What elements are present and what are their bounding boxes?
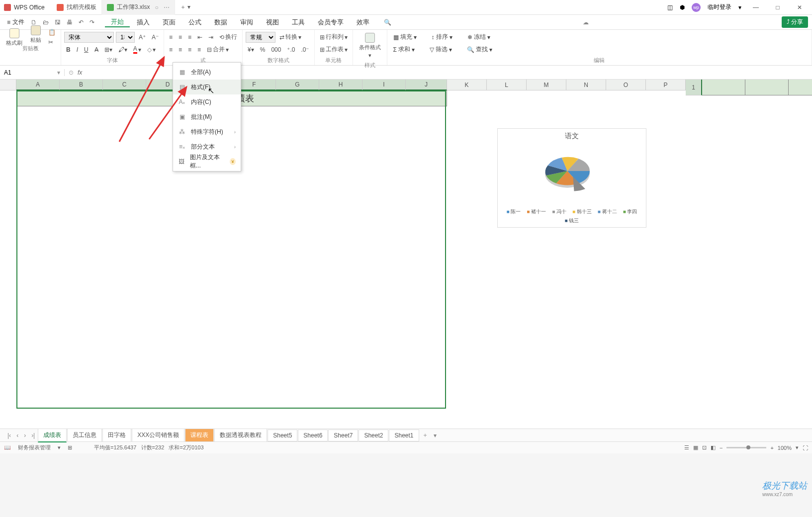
add-sheet-icon[interactable]: ＋: [420, 431, 431, 439]
ctx-content[interactable]: Aₓ内容(C): [173, 94, 241, 109]
strikethrough-icon[interactable]: A̶: [92, 45, 100, 54]
percent-icon[interactable]: %: [258, 45, 268, 54]
merge-button[interactable]: ⊟ 合并▾: [205, 44, 231, 55]
fill-color-icon[interactable]: ◇▾: [145, 45, 158, 54]
menu-view[interactable]: 视图: [260, 18, 285, 27]
pie-chart[interactable]: 语文 陈一 褚十一 冯十 韩十三 蒋十二 李四 钱三: [497, 128, 646, 228]
worksheet-button[interactable]: ⊞ 工作表▾: [318, 44, 350, 55]
cloud-icon[interactable]: ☁: [583, 19, 589, 26]
menu-formula[interactable]: 公式: [182, 18, 207, 27]
menu-start[interactable]: 开始: [105, 17, 130, 27]
menu-tools[interactable]: 工具: [286, 18, 311, 27]
doc-tab[interactable]: 找稻壳模板: [52, 0, 102, 15]
ctx-special[interactable]: ⁂特殊字符(H)›: [173, 124, 241, 139]
sheet-tab[interactable]: 成绩表: [38, 429, 67, 442]
align-top-icon[interactable]: ≡: [167, 33, 175, 42]
font-name-select[interactable]: 宋体: [64, 32, 114, 43]
new-tab-button[interactable]: ＋ ▾: [175, 3, 195, 11]
fx-label[interactable]: fx: [78, 69, 82, 76]
sheet-tab[interactable]: Sheet2: [359, 430, 388, 441]
col-header[interactable]: A: [16, 80, 60, 90]
view-break-icon[interactable]: ⊡: [702, 444, 707, 451]
xls-tab[interactable]: 工作簿3.xlsx ○ ⋯: [102, 0, 175, 15]
bold-icon[interactable]: B: [64, 45, 73, 54]
indent-decrease-icon[interactable]: ⇤: [195, 33, 204, 42]
sheet-tab[interactable]: Sheet1: [389, 430, 419, 441]
highlight-icon[interactable]: 🖍▾: [116, 45, 129, 54]
sheet-tab[interactable]: 课程表: [185, 429, 214, 442]
view-page-icon[interactable]: ▦: [693, 444, 698, 451]
col-header[interactable]: O: [606, 80, 646, 90]
decimal-inc-icon[interactable]: ⁺.0: [285, 45, 297, 54]
menu-efficiency[interactable]: 效率: [351, 18, 375, 27]
ctx-image[interactable]: 🖼图片及文本框...¥: [173, 154, 241, 169]
sheet-tab[interactable]: Sheet6: [298, 430, 328, 441]
sheet-tab[interactable]: 数据透视表教程: [214, 429, 267, 442]
sheet-tab[interactable]: 员工信息: [67, 429, 102, 442]
copy-icon[interactable]: 📋: [46, 28, 58, 37]
decimal-dec-icon[interactable]: .0⁻: [299, 45, 311, 54]
status-book-icon[interactable]: 📖: [4, 444, 11, 451]
sheet-list-icon[interactable]: ▾: [431, 432, 439, 439]
ctx-all[interactable]: ▦全部(A): [173, 65, 241, 80]
row-header[interactable]: 1: [686, 80, 702, 95]
align-middle-icon[interactable]: ≡: [177, 33, 184, 42]
find-button[interactable]: 🔍 查找▾: [464, 44, 495, 55]
col-header[interactable]: M: [527, 80, 566, 90]
tab-close-icon[interactable]: ○: [155, 4, 158, 11]
maximize-button[interactable]: □: [770, 4, 785, 11]
layout-icon[interactable]: ◫: [667, 4, 673, 11]
tab-first-icon[interactable]: |‹: [5, 432, 13, 439]
italic-icon[interactable]: I: [75, 45, 80, 54]
undo-icon[interactable]: ↶: [76, 19, 86, 26]
zoom-level[interactable]: 100%: [778, 445, 792, 451]
sheet-tab[interactable]: 田字格: [102, 429, 131, 442]
convert-button[interactable]: ⇄ 转换▾: [277, 32, 303, 42]
number-format-select[interactable]: 常规: [246, 32, 275, 43]
col-header[interactable]: I: [362, 80, 406, 90]
col-header[interactable]: N: [566, 80, 606, 90]
search-icon[interactable]: 🔍: [381, 19, 394, 26]
align-left-icon[interactable]: ≡: [167, 45, 175, 54]
cond-format-button[interactable]: 条件格式▾: [356, 31, 384, 61]
col-header[interactable]: C: [103, 80, 146, 90]
share-button[interactable]: ⤴ 分享: [782, 16, 808, 28]
freeze-button[interactable]: ❄ 冻结▾: [464, 32, 493, 42]
minimize-button[interactable]: —: [748, 4, 763, 11]
underline-icon[interactable]: U: [82, 45, 90, 54]
sheet-tab[interactable]: Sheet5: [268, 430, 297, 441]
tab-menu-icon[interactable]: ⋯: [164, 4, 170, 11]
cell[interactable]: [745, 80, 789, 95]
thousands-icon[interactable]: 000: [269, 45, 283, 54]
close-button[interactable]: ✕: [792, 4, 807, 11]
tab-last-icon[interactable]: ›|: [29, 432, 37, 439]
sort-button[interactable]: ↕ 排序▾: [429, 32, 455, 42]
ctx-partial[interactable]: ≡ₓ部分文本›: [173, 139, 241, 154]
currency-icon[interactable]: ¥▾: [246, 45, 256, 54]
sum-button[interactable]: Σ 求和▾: [390, 44, 418, 55]
ctx-format[interactable]: ▤格式(F): [173, 80, 241, 94]
font-color-icon[interactable]: A▾: [131, 44, 143, 55]
sheet-tab[interactable]: XXX公司销售额: [132, 429, 184, 442]
sheet-tab[interactable]: Sheet7: [328, 430, 358, 441]
view-custom-icon[interactable]: ◧: [711, 444, 716, 451]
status-grid-icon[interactable]: ⊞: [68, 444, 72, 451]
align-justify-icon[interactable]: ≡: [195, 45, 203, 54]
file-menu[interactable]: ≡ 文件: [4, 18, 27, 26]
spreadsheet[interactable]: ABCDEFGHIJKLMNOP12年级班级姓名语文数学英语物理化学生物总分3九…: [0, 80, 812, 429]
align-center-icon[interactable]: ≡: [177, 45, 184, 54]
align-bottom-icon[interactable]: ≡: [186, 33, 193, 42]
user-dropdown-icon[interactable]: ▾: [738, 4, 741, 11]
view-normal-icon[interactable]: ☰: [684, 444, 689, 451]
col-header[interactable]: J: [406, 80, 447, 90]
align-right-icon[interactable]: ≡: [186, 45, 193, 54]
redo-icon[interactable]: ↷: [87, 19, 97, 26]
user-label[interactable]: 临时登录: [708, 3, 731, 11]
print-icon[interactable]: 🖶: [64, 19, 75, 26]
zoom-out-icon[interactable]: −: [720, 445, 722, 451]
col-header[interactable]: H: [319, 80, 362, 90]
tab-next-icon[interactable]: ›: [21, 432, 28, 439]
save-icon[interactable]: 🖫: [52, 19, 63, 26]
wrap-button[interactable]: ⟲ 换行: [217, 32, 239, 42]
col-header[interactable]: B: [60, 80, 103, 90]
